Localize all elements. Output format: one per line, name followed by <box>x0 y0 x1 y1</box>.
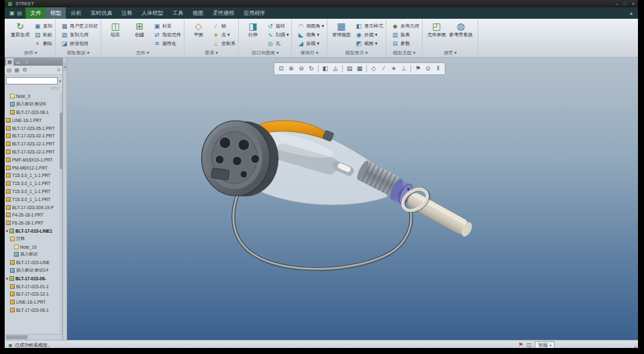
view-manager-icon[interactable]: ▦ <box>355 64 364 74</box>
ribbon-button[interactable]: ▣ 封装 <box>154 22 181 30</box>
ribbon-tab[interactable]: 工具 <box>168 7 188 19</box>
tree-item[interactable]: F4-26-18-1.PRT <box>6 211 62 219</box>
tree-item[interactable]: T15-3.0_1_1-1.PRT <box>6 195 62 203</box>
ribbon-button[interactable]: ◫ 组装 <box>104 20 127 49</box>
tree-columns-icon[interactable]: ▦ <box>15 66 20 74</box>
zoom-in-icon[interactable]: ⊕ <box>286 64 296 74</box>
ribbon-group-label[interactable]: 模型显示 ▾ <box>330 49 383 58</box>
notification-flag-icon[interactable]: ⚑ <box>519 341 523 348</box>
ribbon-button[interactable]: ▦ 管理视图 <box>330 20 353 49</box>
datum-plane-display-icon[interactable]: ◇ <box>369 64 378 74</box>
tree-item[interactable]: BLT-17-023-12-1.PRT <box>6 148 62 156</box>
selection-filter-dropdown[interactable]: 智能 ▾ <box>535 341 555 348</box>
ribbon-button[interactable]: ▧ 复制几何 <box>61 31 98 39</box>
ribbon-button[interactable]: ▥ 族表 <box>392 31 419 39</box>
tree-item[interactable]: BLT-17-023-12-1.PRT <box>6 140 62 148</box>
tree-item[interactable]: BLT-17-023-08-1 <box>6 109 62 117</box>
tree-item[interactable]: BLT-17-023-02-1.PRT <box>6 132 62 140</box>
tree-item[interactable]: 注释 <box>6 235 62 243</box>
saved-orientations-icon[interactable]: ▤ <box>345 64 354 74</box>
tree-item[interactable]: T15-3.0_1_1-1.PRT <box>6 188 62 196</box>
tree-item[interactable]: Note_X <box>6 93 62 101</box>
collapse-ribbon-icon[interactable]: ▴ <box>630 10 633 16</box>
ribbon-button[interactable]: ◧ 显示样式 <box>356 22 383 30</box>
navigator-folders-tab[interactable]: ▭ <box>15 58 22 66</box>
tree-item[interactable]: 插入标识 <box>6 251 62 259</box>
tree-item[interactable]: PM-M6X12-1.PRT <box>6 164 62 172</box>
ribbon-tab[interactable]: 应用程序 <box>239 7 270 19</box>
tree-horizontal-scrollbar[interactable] <box>5 334 62 340</box>
ribbon-button[interactable]: ◩ 截面 ▾ <box>356 40 383 48</box>
ribbon-button[interactable]: ⊞ 创建 <box>128 20 151 49</box>
spin-center-icon[interactable]: ⊙ <box>423 64 433 74</box>
ribbon-button[interactable]: ▣ 复制 <box>34 22 52 30</box>
ribbon-button[interactable]: × 删除 <box>34 40 52 48</box>
scrollbar-thumb[interactable] <box>6 335 28 339</box>
resize-grip[interactable]: ◢ <box>633 344 637 348</box>
tree-item[interactable]: BLT-17-023-01-1 <box>6 282 62 290</box>
tree-item[interactable]: PMF-M16X10-1.PRT <box>6 156 62 164</box>
ribbon-tab[interactable]: 人体模型 <box>137 7 168 19</box>
tree-item[interactable]: BLT-17-023-05-1.PRT <box>6 124 62 132</box>
scrollbar-thumb[interactable] <box>60 113 62 169</box>
ribbon-button[interactable]: ⊟ 参数 <box>392 40 419 48</box>
ribbon-group-label[interactable]: 基准 ▾ <box>187 49 235 58</box>
ribbon-tab[interactable]: 注释 <box>117 7 137 19</box>
ribbon-tab[interactable]: 文件 <box>25 7 46 19</box>
tree-item[interactable]: BLT-17-023-LINE1 <box>6 227 62 235</box>
navigator-favorites-tab[interactable]: ☆ <box>23 58 30 66</box>
ribbon-button[interactable]: ∕ 轴 <box>213 22 235 30</box>
ribbon-group-label[interactable]: 模型意图 ▾ <box>389 49 419 58</box>
tree-item[interactable]: Note_10 <box>6 243 62 251</box>
ribbon-button[interactable]: ◢ 拔模 ▾ <box>297 40 323 48</box>
tree-item[interactable]: BLT-17-023-06-1 <box>6 306 62 314</box>
ribbon-button[interactable]: ◉ 外观 ▾ <box>356 31 383 39</box>
ribbon-button[interactable]: ◨ 拉伸 <box>241 20 264 49</box>
ribbon-button[interactable]: ⇄ 拖动元件 <box>154 31 181 39</box>
tree-item[interactable]: F6-26-18-1.PRT <box>6 219 62 227</box>
tree-item[interactable]: BLT-17-023-009-19.P <box>6 203 62 211</box>
ribbon-group-label[interactable]: 调查 ▾ <box>425 49 475 58</box>
pause-icon[interactable]: ‖ <box>433 64 443 74</box>
ribbon-button[interactable]: ◰ 元件界面 <box>425 20 448 49</box>
maximize-button[interactable]: □ <box>624 0 627 7</box>
tree-vertical-scrollbar[interactable] <box>60 94 62 333</box>
tree-item[interactable]: LINE-16-1.PRT <box>6 116 62 124</box>
datum-axis-display-icon[interactable]: ∕ <box>379 64 388 74</box>
ribbon-button[interactable]: ◣ 倒角 ▾ <box>297 31 323 39</box>
tree-item[interactable]: 插入标识 标识14 <box>6 267 62 275</box>
model-3d-ev-connector[interactable] <box>67 58 638 340</box>
ribbon-button[interactable]: ▤ 粘贴 <box>34 31 52 39</box>
ribbon-button[interactable]: ▦ 用户定义特征 <box>61 22 98 30</box>
tree-search-input[interactable] <box>6 77 58 84</box>
close-button[interactable]: × <box>632 0 635 7</box>
ribbon-button[interactable]: ◆ 发布几何 <box>392 22 419 30</box>
ribbon-group-label[interactable]: 元件 ▾ <box>104 49 181 58</box>
new-file-icon[interactable]: ▣ <box>9 7 15 19</box>
tree-menu-icon[interactable]: ≡ <box>57 66 60 74</box>
repaint-icon[interactable]: ↻ <box>307 64 316 74</box>
ribbon-button[interactable]: ⊥ 坐标系 <box>213 40 235 48</box>
ribbon-button[interactable]: ≋ 挠性化 <box>154 40 181 48</box>
separator[interactable] <box>366 65 367 72</box>
tree-item[interactable]: LINE-16-1.PRT <box>6 298 62 306</box>
tree-item[interactable]: BLT-17-023-LINE <box>6 259 62 267</box>
ribbon-tab[interactable]: 模型 <box>46 7 66 19</box>
display-toggle-icon[interactable]: ◫ <box>527 341 532 348</box>
tree-item[interactable]: T15-3.0_1_1-1.PRT <box>6 180 62 188</box>
zoom-out-icon[interactable]: ⊖ <box>297 64 306 74</box>
separator[interactable] <box>411 65 411 72</box>
navigator-model-tree-tab[interactable]: ▤ <box>6 58 13 66</box>
annotation-display-icon[interactable]: ⚑ <box>413 64 423 74</box>
ribbon-group-label[interactable]: 修饰符 ▾ <box>294 49 323 58</box>
minimize-button[interactable]: – <box>616 0 619 7</box>
separator[interactable] <box>318 65 319 72</box>
ribbon-button[interactable]: ◪ 收缩包络 <box>61 40 98 48</box>
tree-item[interactable]: BLT-17-023-12-1 <box>6 290 62 298</box>
ribbon-group-label[interactable]: 操作 ▾ <box>9 49 52 58</box>
ribbon-tab[interactable]: 柔性建模 <box>208 7 239 19</box>
ribbon-button[interactable]: ↻ 重新生成 <box>9 20 32 49</box>
search-chevron-icon[interactable]: ▾ <box>59 78 61 83</box>
perspective-icon[interactable]: ◬ <box>331 64 340 74</box>
datum-point-display-icon[interactable]: ∗ <box>389 64 398 74</box>
